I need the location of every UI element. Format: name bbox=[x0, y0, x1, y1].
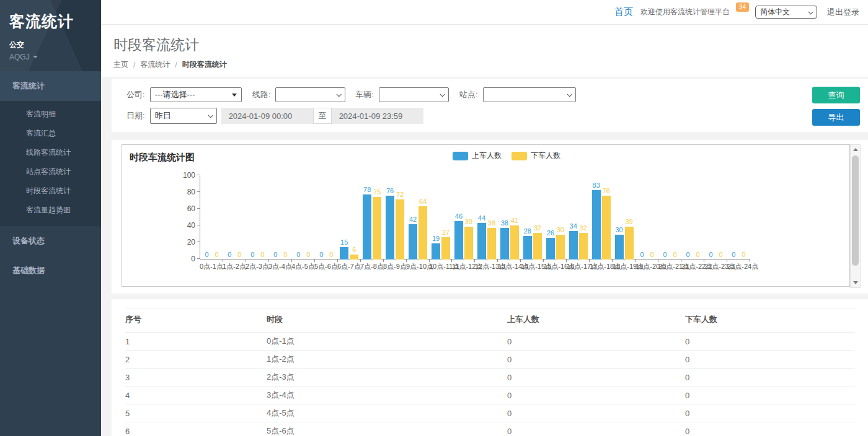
scrollbar-thumb[interactable] bbox=[852, 155, 859, 266]
x-axis-label: 6点-7点 bbox=[337, 262, 360, 271]
bar-value-label: 38 bbox=[501, 219, 508, 227]
bar-group: 00 bbox=[292, 176, 315, 259]
station-select[interactable] bbox=[483, 87, 576, 102]
table-cell: 0 bbox=[507, 368, 685, 386]
language-select[interactable]: 简体中文 bbox=[755, 6, 817, 19]
bar-value-label: 6 bbox=[352, 246, 356, 253]
chart-scrollbar[interactable] bbox=[850, 144, 861, 288]
sidebar-subitem[interactable]: 客流汇总 bbox=[0, 124, 101, 143]
bar-group: 3432 bbox=[567, 176, 590, 259]
table-cell: 0 bbox=[685, 368, 854, 386]
date-end-input[interactable]: 2024-01-09 23:59 bbox=[332, 108, 423, 124]
bar-group: 3039 bbox=[613, 176, 636, 259]
x-axis-label: 13点-14点 bbox=[498, 262, 521, 271]
topbar: 首页 欢迎使用客流统计管理平台 34 简体中文 退出登录 bbox=[101, 0, 868, 25]
bar-value-label: 0 bbox=[709, 251, 712, 258]
sidebar-item-passenger-stats[interactable]: 客流统计 bbox=[0, 71, 101, 101]
legend-item[interactable]: 上车人数 bbox=[453, 150, 502, 161]
bar-group: 7672 bbox=[384, 176, 407, 259]
line-select[interactable] bbox=[275, 87, 345, 102]
bar: 83 bbox=[592, 190, 601, 259]
table-cell: 5 bbox=[125, 404, 267, 422]
bar-value-label: 72 bbox=[396, 191, 404, 198]
table-cell: 0 bbox=[685, 404, 854, 422]
table-cell: 0 bbox=[507, 333, 685, 351]
bar-group: 00 bbox=[223, 176, 246, 259]
table-row: 10点-1点00 bbox=[125, 333, 854, 351]
sidebar-subitem[interactable]: 客流明细 bbox=[0, 105, 101, 124]
export-button[interactable]: 导出 bbox=[812, 109, 860, 126]
table-cell: 4点-5点 bbox=[267, 404, 507, 422]
bar: 72 bbox=[396, 199, 404, 259]
sidebar-subitem[interactable]: 站点客流统计 bbox=[0, 162, 101, 181]
legend-label: 上车人数 bbox=[472, 150, 502, 161]
x-axis-label: 3点-4点 bbox=[268, 262, 291, 271]
table-cell: 1 bbox=[125, 333, 267, 351]
sidebar-item-device-status[interactable]: 设备状态 bbox=[0, 226, 101, 256]
user-dropdown[interactable]: AQGJ bbox=[9, 53, 101, 61]
chevron-down-icon bbox=[208, 113, 213, 118]
scroll-up-icon[interactable] bbox=[851, 145, 860, 154]
x-axis-label: 11点-12点 bbox=[452, 262, 475, 271]
x-axis-label: 14点-15点 bbox=[521, 262, 544, 271]
date-preset-select[interactable]: 昨日 bbox=[150, 108, 217, 124]
triangle-down-icon bbox=[232, 94, 237, 97]
logout-link[interactable]: 退出登录 bbox=[827, 7, 859, 18]
table-cell: 0 bbox=[685, 422, 854, 436]
chart-legend: 上车人数下车人数 bbox=[453, 150, 560, 161]
table-cell: 0 bbox=[685, 333, 854, 351]
bar-group: 8376 bbox=[590, 176, 613, 259]
app-brand: 客流统计 bbox=[9, 11, 101, 32]
sidebar-item-base-data[interactable]: 基础数据 bbox=[0, 256, 101, 286]
y-axis-tick bbox=[197, 208, 200, 209]
home-link[interactable]: 首页 bbox=[614, 6, 633, 18]
bar: 26 bbox=[546, 238, 555, 259]
chevron-down-icon bbox=[567, 92, 572, 97]
bar-value-label: 0 bbox=[215, 251, 218, 258]
legend-swatch-icon bbox=[512, 152, 527, 160]
query-button[interactable]: 查询 bbox=[812, 87, 860, 103]
bar-group: 2630 bbox=[544, 176, 567, 259]
bar-value-label: 0 bbox=[273, 251, 277, 258]
vehicle-label: 车辆: bbox=[355, 89, 374, 100]
table-cell: 2点-3点 bbox=[267, 368, 507, 386]
y-axis-label: 0 bbox=[172, 255, 195, 263]
breadcrumb-section[interactable]: 客流统计 bbox=[140, 59, 170, 70]
x-axis-label: 18点-19点 bbox=[613, 262, 636, 271]
company-select[interactable]: ---请选择--- bbox=[150, 87, 242, 102]
bar-value-label: 0 bbox=[237, 251, 241, 258]
chart-scroll-area: 时段车流统计图 上车人数下车人数 00000000000015678757672… bbox=[122, 144, 861, 288]
bar-group: 00 bbox=[636, 176, 658, 259]
bar-group: 00 bbox=[200, 176, 223, 259]
col-header-boarding: 上车人数 bbox=[507, 308, 685, 333]
bar-value-label: 0 bbox=[640, 251, 644, 258]
user-name: AQGJ bbox=[9, 53, 30, 61]
table-panel: 序号 时段 上车人数 下车人数 10点-1点0021点-2点0032点-3点00… bbox=[112, 299, 868, 436]
sidebar-subitem[interactable]: 时段客流统计 bbox=[0, 181, 101, 201]
bar: 34 bbox=[569, 231, 578, 259]
bar-group: 4438 bbox=[475, 176, 498, 259]
bar: 38 bbox=[487, 228, 496, 259]
bar-value-label: 44 bbox=[478, 214, 485, 222]
breadcrumb-home[interactable]: 主页 bbox=[113, 59, 128, 70]
scroll-down-icon[interactable] bbox=[851, 278, 860, 287]
filter-panel: 公司: ---请选择--- 线路: 车辆: 站点: 日期: 昨日 2024-01… bbox=[112, 79, 868, 132]
table-cell: 0 bbox=[507, 386, 685, 404]
bar-value-label: 26 bbox=[547, 229, 554, 237]
bar-value-label: 32 bbox=[580, 224, 587, 232]
language-value: 简体中文 bbox=[760, 7, 790, 17]
legend-item[interactable]: 下车人数 bbox=[512, 150, 560, 161]
bar-value-label: 75 bbox=[373, 188, 381, 196]
sidebar-subitem[interactable]: 线路客流统计 bbox=[0, 143, 101, 162]
table-cell: 0 bbox=[507, 422, 685, 436]
bar-value-label: 41 bbox=[511, 217, 518, 224]
bar-group: 00 bbox=[246, 176, 269, 259]
vehicle-select[interactable] bbox=[379, 87, 449, 102]
bar-value-label: 0 bbox=[742, 251, 745, 258]
bar-group: 4264 bbox=[407, 176, 430, 259]
x-axis-label: 19点-20点 bbox=[636, 262, 658, 271]
bar-value-label: 28 bbox=[524, 227, 531, 235]
welcome-text: 欢迎使用客流统计管理平台 bbox=[640, 7, 730, 17]
date-start-input[interactable]: 2024-01-09 00:00 bbox=[221, 108, 313, 124]
sidebar-subitem[interactable]: 客流量趋势图 bbox=[0, 201, 101, 220]
